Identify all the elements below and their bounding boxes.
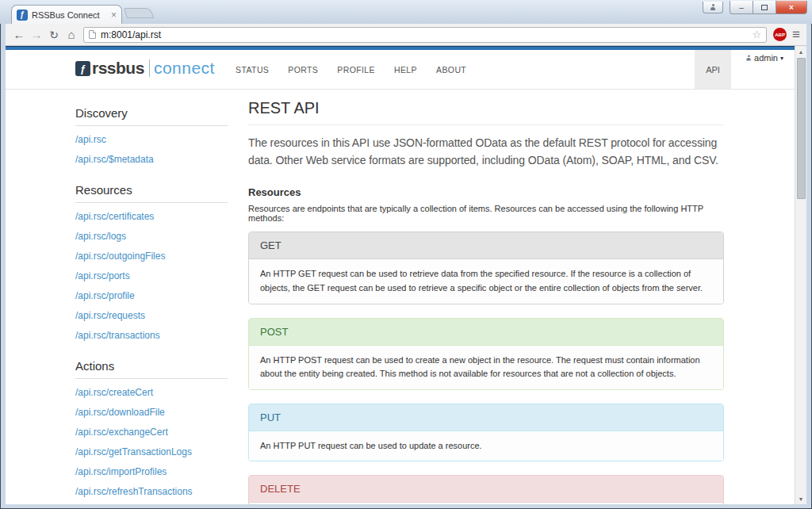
tab-title: RSSBus Connect — [32, 10, 108, 20]
browser-tab[interactable]: ƒ RSSBus Connect × — [11, 5, 122, 24]
sidebar-link[interactable]: /api.rsc/restartFile — [75, 501, 228, 504]
method-name: PUT — [249, 404, 723, 431]
user-name: admin — [754, 53, 778, 63]
minimize-button[interactable]: – — [730, 1, 753, 14]
sidebar-link[interactable]: /api.rsc/$metadata — [75, 149, 228, 169]
scrollbar-thumb[interactable] — [797, 58, 806, 199]
close-button[interactable]: × — [776, 1, 807, 14]
sidebar-link[interactable]: /api.rsc/logs — [75, 226, 228, 246]
resources-heading: Resources — [248, 186, 724, 198]
sidebar-link[interactable]: /api.rsc/transactions — [75, 325, 228, 345]
new-tab-button[interactable] — [124, 8, 154, 18]
user-menu[interactable]: admin ▾ — [745, 53, 783, 63]
method-panel-post: POST An HTTP POST request can be used to… — [248, 318, 724, 390]
browser-window: ƒ RSSBus Connect × – × ← → ↻ ⌂ m:8001/ap… — [0, 0, 812, 509]
maximize-icon — [761, 5, 768, 10]
browser-toolbar: ← → ↻ ⌂ m:8001/api.rst ☆ ABP ≡ — [6, 24, 806, 46]
nav-about[interactable]: ABOUT — [436, 65, 466, 75]
sidebar-section-discovery: Discovery — [75, 99, 228, 126]
intro-paragraph: The resources in this API use JSON-forma… — [248, 135, 724, 169]
page-body: Discovery /api.rsc /api.rsc/$metadata Re… — [6, 90, 795, 504]
titlebar: ƒ RSSBus Connect × – × — [0, 0, 812, 24]
browser-menu-icon[interactable]: ≡ — [792, 28, 800, 41]
nav-profile[interactable]: PROFILE — [337, 65, 375, 75]
method-name: GET — [249, 232, 723, 259]
rssbus-logo[interactable]: ƒ rssbus connect — [75, 59, 215, 78]
scroll-up-icon[interactable]: ▲ — [795, 46, 806, 57]
top-nav: STATUS PORTS PROFILE HELP ABOUT — [236, 50, 485, 89]
chevron-down-icon: ▾ — [780, 55, 783, 62]
method-name: POST — [249, 319, 723, 346]
rssbus-favicon-icon: ƒ — [17, 10, 28, 21]
sidebar-link[interactable]: /api.rsc/requests — [75, 305, 228, 325]
maximize-button[interactable] — [753, 1, 776, 14]
address-bar[interactable]: m:8001/api.rst ☆ — [83, 27, 767, 43]
sidebar-link[interactable]: /api.rsc/exchangeCert — [75, 422, 228, 442]
profile-button[interactable] — [703, 2, 723, 13]
method-description: An HTTP GET request can be used to retri… — [249, 259, 723, 303]
main-content: REST API The resources in this API use J… — [248, 99, 724, 504]
bookmark-star-icon[interactable]: ☆ — [752, 29, 761, 40]
sidebar-link[interactable]: /api.rsc/importProfiles — [75, 461, 228, 481]
url-text[interactable]: m:8001/api.rst — [101, 29, 752, 40]
sidebar-link[interactable]: /api.rsc/certificates — [75, 206, 228, 226]
adblock-icon[interactable]: ABP — [773, 28, 787, 41]
admin-user-icon — [745, 55, 751, 60]
method-name: DELETE — [249, 476, 723, 503]
sidebar-section-actions: Actions — [75, 352, 228, 379]
user-icon — [710, 4, 716, 10]
method-panel-get: GET An HTTP GET request can be used to r… — [248, 232, 724, 304]
method-description: An HTTP PUT request can be used to updat… — [249, 431, 723, 461]
refresh-icon[interactable]: ↻ — [45, 29, 63, 40]
logo-primary: rssbus — [92, 59, 144, 78]
sidebar-link[interactable]: /api.rsc/getTransactionLogs — [75, 442, 228, 461]
sidebar-section-resources: Resources — [75, 176, 228, 203]
sidebar-link[interactable]: /api.rsc/ports — [75, 266, 228, 285]
back-icon[interactable]: ← — [10, 29, 28, 40]
site-header: ƒ rssbus connect STATUS PORTS PROFILE HE… — [6, 50, 795, 90]
sidebar-link[interactable]: /api.rsc/profile — [75, 285, 228, 305]
nav-ports[interactable]: PORTS — [288, 65, 318, 75]
logo-secondary: connect — [154, 59, 215, 78]
method-description: An HTTP DELETE request can be used to de… — [249, 503, 723, 504]
page-icon — [89, 30, 96, 39]
scrollbar[interactable]: ▲ ▼ — [795, 46, 806, 504]
window-controls: – × — [703, 1, 807, 14]
page-title: REST API — [248, 99, 724, 125]
sidebar-link[interactable]: /api.rsc/refreshTransactions — [75, 481, 228, 501]
home-icon[interactable]: ⌂ — [63, 29, 80, 40]
nav-api-active[interactable]: API — [695, 50, 731, 89]
page-viewport: ƒ rssbus connect STATUS PORTS PROFILE HE… — [6, 46, 806, 504]
tab-close-icon[interactable]: × — [111, 10, 117, 20]
resources-description: Resources are endpoints that are typical… — [248, 204, 724, 223]
method-panel-delete: DELETE An HTTP DELETE request can be use… — [248, 475, 724, 504]
favicon-glyph: ƒ — [20, 10, 25, 19]
rssbus-logo-icon: ƒ — [75, 61, 90, 76]
nav-help[interactable]: HELP — [394, 65, 417, 75]
sidebar-link[interactable]: /api.rsc — [75, 129, 228, 149]
sidebar-link[interactable]: /api.rsc/downloadFile — [75, 402, 228, 422]
logo-separator — [149, 59, 150, 77]
method-panel-put: PUT An HTTP PUT request can be used to u… — [248, 404, 724, 462]
web-page: ƒ rssbus connect STATUS PORTS PROFILE HE… — [6, 46, 795, 504]
scroll-down-icon[interactable]: ▼ — [795, 493, 806, 504]
sidebar: Discovery /api.rsc /api.rsc/$metadata Re… — [75, 99, 228, 504]
sidebar-link[interactable]: /api.rsc/outgoingFiles — [75, 246, 228, 266]
method-description: An HTTP POST request can be used to crea… — [249, 346, 723, 389]
sidebar-link[interactable]: /api.rsc/createCert — [75, 382, 228, 402]
nav-status[interactable]: STATUS — [236, 65, 269, 75]
forward-icon[interactable]: → — [28, 29, 45, 40]
